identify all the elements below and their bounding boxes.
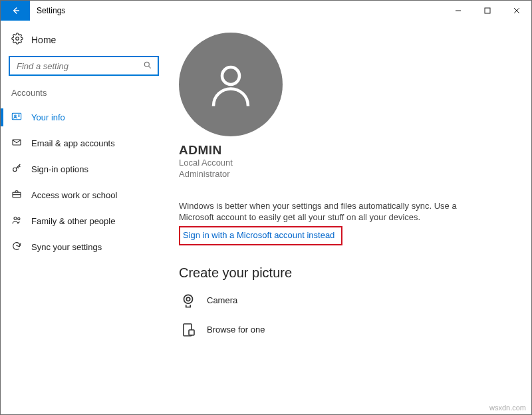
key-icon — [11, 163, 22, 176]
user-role: Administrator — [179, 169, 515, 180]
svg-point-17 — [18, 217, 20, 219]
sidebar: Home Accounts Your info Email & app acco… — [1, 21, 167, 414]
search-input[interactable] — [15, 61, 143, 72]
sidebar-item-label: Email & app accounts — [31, 138, 115, 148]
svg-point-9 — [15, 115, 17, 117]
person-icon — [205, 59, 257, 110]
svg-rect-2 — [485, 8, 490, 13]
svg-point-20 — [186, 297, 190, 301]
home-button[interactable]: Home — [1, 29, 167, 56]
svg-point-18 — [222, 67, 239, 84]
search-input-wrap[interactable] — [9, 56, 159, 76]
titlebar: Settings — [1, 1, 531, 21]
sidebar-item-family-people[interactable]: Family & other people — [1, 208, 167, 234]
window-controls — [444, 1, 531, 21]
sidebar-section-label: Accounts — [1, 85, 167, 104]
camera-label: Camera — [207, 295, 237, 305]
browse-icon — [179, 321, 198, 339]
minimize-button[interactable] — [444, 1, 473, 21]
sign-in-link-highlight: Sign in with a Microsoft account instead — [179, 226, 342, 245]
user-account-type: Local Account — [179, 158, 515, 169]
sidebar-item-label: Your info — [31, 112, 65, 122]
svg-rect-22 — [189, 330, 194, 335]
watermark: wsxdn.com — [489, 404, 526, 412]
svg-rect-12 — [13, 140, 21, 145]
camera-button[interactable]: Camera — [179, 291, 515, 310]
sidebar-item-email-accounts[interactable]: Email & app accounts — [1, 130, 167, 156]
back-button[interactable] — [1, 1, 30, 21]
svg-point-6 — [144, 62, 149, 67]
home-label: Home — [31, 35, 56, 45]
sign-in-ms-account-link[interactable]: Sign in with a Microsoft account instead — [183, 230, 334, 240]
user-avatar — [179, 33, 283, 136]
mail-icon — [11, 137, 22, 150]
sidebar-item-label: Sync your settings — [31, 242, 102, 252]
svg-line-7 — [148, 66, 150, 68]
sidebar-item-access-work-school[interactable]: Access work or school — [1, 182, 167, 208]
sidebar-item-your-info[interactable]: Your info — [1, 104, 167, 130]
gear-icon — [11, 33, 23, 47]
person-card-icon — [11, 111, 22, 124]
svg-point-19 — [184, 295, 193, 303]
svg-point-16 — [14, 217, 17, 219]
browse-label: Browse for one — [207, 325, 265, 335]
briefcase-icon — [11, 189, 22, 202]
create-picture-heading: Create your picture — [179, 265, 515, 281]
sync-pitch-text: Windows is better when your settings and… — [179, 200, 458, 223]
content-pane: ADMIN Local Account Administrator Window… — [167, 21, 531, 414]
svg-point-13 — [13, 168, 17, 171]
camera-icon — [179, 291, 198, 310]
sidebar-nav: Your info Email & app accounts Sign-in o… — [1, 104, 167, 260]
sidebar-item-label: Access work or school — [31, 190, 117, 200]
search-icon — [143, 61, 152, 72]
window-title: Settings — [30, 1, 72, 21]
sidebar-item-signin-options[interactable]: Sign-in options — [1, 156, 167, 182]
sidebar-item-label: Family & other people — [31, 216, 115, 226]
people-icon — [11, 215, 22, 227]
sidebar-item-sync-settings[interactable]: Sync your settings — [1, 234, 167, 260]
sidebar-item-label: Sign-in options — [31, 164, 88, 174]
sync-icon — [11, 241, 22, 253]
svg-point-5 — [16, 37, 19, 41]
user-name: ADMIN — [179, 143, 515, 158]
maximize-button[interactable] — [473, 1, 502, 21]
browse-button[interactable]: Browse for one — [179, 321, 515, 339]
close-button[interactable] — [502, 1, 531, 21]
